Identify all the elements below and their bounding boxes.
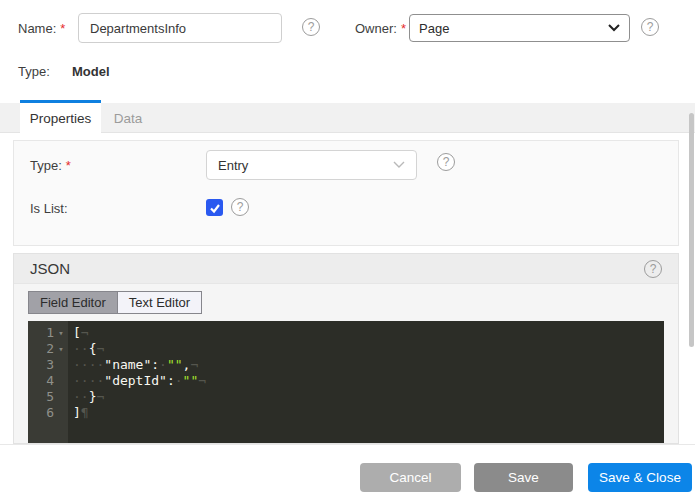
is-list-label: Is List: [30, 201, 68, 216]
tab-bar: Properties Data [0, 103, 695, 133]
owner-label: Owner:* [355, 21, 406, 36]
fold-spacer [54, 389, 68, 405]
prop-type-required-asterisk: * [66, 158, 71, 173]
json-panel: JSON ? Field Editor Text Editor 1▾2▾3456… [13, 253, 679, 444]
field-editor-button[interactable]: Field Editor [29, 292, 118, 313]
question-glyph: ? [308, 21, 315, 33]
gutter-line: 3 [28, 357, 68, 373]
model-dialog: Name:* ? Owner:* Page ? Type: Model Prop… [0, 0, 695, 504]
help-icon[interactable]: ? [644, 260, 662, 278]
json-panel-title: JSON [30, 260, 70, 277]
gutter-line: 1▾ [28, 325, 68, 341]
code-line[interactable]: ··}¬ [73, 389, 664, 405]
code-line[interactable]: [¬ [73, 325, 664, 341]
code-line[interactable]: ]¶ [73, 405, 664, 421]
name-label: Name:* [18, 21, 65, 36]
vertical-scrollbar-thumb[interactable] [689, 113, 694, 347]
code-line[interactable]: ··{¬ [73, 341, 664, 357]
tab-properties[interactable]: Properties [20, 100, 101, 133]
name-label-text: Name: [18, 21, 56, 36]
code-line[interactable]: ····"deptId":·""¬ [73, 373, 664, 389]
text-editor-button[interactable]: Text Editor [118, 292, 201, 313]
owner-required-asterisk: * [401, 21, 406, 36]
fold-spacer [54, 373, 68, 389]
question-glyph: ? [650, 263, 657, 275]
gutter-line: 4 [28, 373, 68, 389]
properties-panel: Type:* Entry ? Is List: ? [13, 140, 679, 246]
tab-data[interactable]: Data [101, 103, 155, 133]
gutter-line: 5 [28, 389, 68, 405]
gutter-line: 6 [28, 405, 68, 421]
type-label: Type: [18, 64, 50, 79]
json-code-editor[interactable]: 1▾2▾3456 [¬··{¬····"name":·"",¬····"dept… [28, 321, 664, 443]
help-icon[interactable]: ? [302, 18, 320, 36]
help-icon[interactable]: ? [641, 18, 659, 36]
help-icon[interactable]: ? [231, 198, 249, 216]
is-list-checkbox[interactable] [206, 199, 223, 216]
question-glyph: ? [443, 156, 450, 168]
fold-spacer [54, 357, 68, 373]
owner-selected-value: Page [419, 21, 449, 36]
prop-type-label: Type:* [30, 158, 71, 173]
prop-type-label-text: Type: [30, 158, 62, 173]
editor-mode-toggle: Field Editor Text Editor [28, 291, 202, 314]
question-glyph: ? [237, 201, 244, 213]
prop-type-selected-value: Entry [218, 158, 248, 173]
fold-toggle-icon[interactable]: ▾ [54, 325, 68, 341]
cancel-button[interactable]: Cancel [360, 463, 461, 492]
help-icon[interactable]: ? [437, 153, 455, 171]
owner-label-text: Owner: [355, 21, 397, 36]
fold-spacer [54, 405, 68, 421]
editor-gutter: 1▾2▾3456 [28, 321, 68, 443]
question-glyph: ? [647, 21, 654, 33]
save-button[interactable]: Save [474, 463, 573, 492]
chevron-down-icon [393, 161, 405, 169]
prop-type-select[interactable]: Entry [206, 150, 417, 180]
fold-toggle-icon[interactable]: ▾ [54, 341, 68, 357]
footer-divider [0, 444, 695, 445]
name-required-asterisk: * [60, 21, 65, 36]
name-input[interactable] [78, 13, 282, 43]
editor-code[interactable]: [¬··{¬····"name":·"",¬····"deptId":·""¬·… [68, 321, 664, 443]
code-line[interactable]: ····"name":·"",¬ [73, 357, 664, 373]
save-and-close-button[interactable]: Save & Close [588, 463, 692, 492]
type-value: Model [72, 64, 110, 79]
chevron-down-icon [608, 24, 620, 32]
json-panel-header: JSON ? [14, 254, 678, 284]
owner-select[interactable]: Page [409, 14, 630, 42]
gutter-line: 2▾ [28, 341, 68, 357]
checkmark-icon [209, 202, 221, 214]
